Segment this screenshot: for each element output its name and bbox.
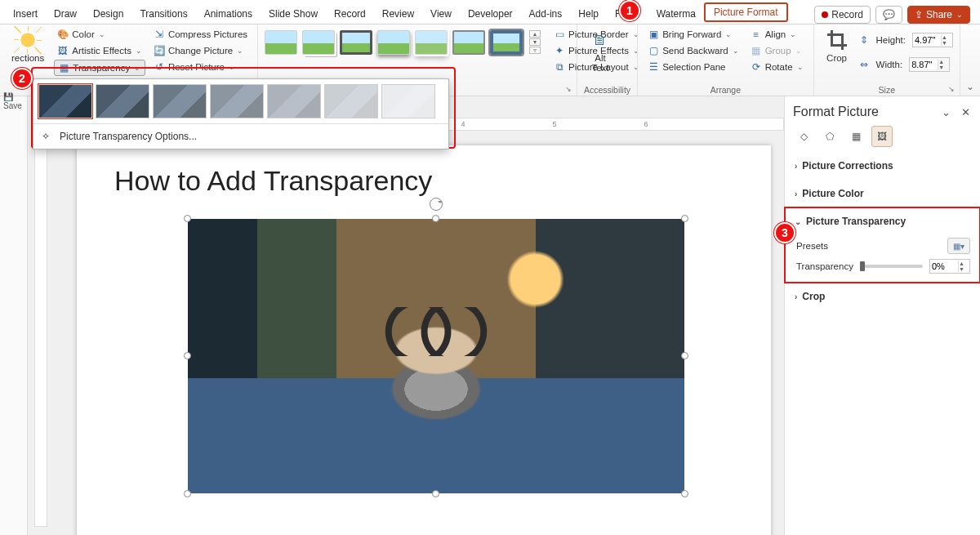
transparency-presets-button[interactable]: ▦▾ [947, 238, 970, 254]
selection-pane-label: Selection Pane [662, 62, 725, 72]
transparency-preset-15[interactable] [96, 84, 149, 118]
tab-help[interactable]: Help [570, 3, 607, 24]
record-label: Record [831, 9, 863, 20]
tab-picture-format[interactable]: Picture Format [704, 2, 788, 22]
tab-view[interactable]: View [422, 3, 460, 24]
transparency-preset-90[interactable] [381, 84, 435, 118]
tab-draw[interactable]: Draw [46, 3, 85, 24]
tab-record[interactable]: Record [326, 3, 374, 24]
width-input[interactable]: ▲▼ [909, 57, 950, 72]
callout-3: 3 [774, 222, 795, 243]
pane-options-icon[interactable]: ⌄ [939, 106, 952, 118]
pane-tab-effects[interactable]: ⬠ [819, 126, 840, 147]
record-button[interactable]: Record [814, 6, 871, 24]
size-dialog-launcher[interactable]: ↘ [948, 85, 958, 95]
selected-picture[interactable] [188, 219, 684, 493]
group-arrange: ▣ Bring Forward ⌄ ▢ Send Backward ⌄ ☰ Se… [638, 25, 813, 96]
align-button[interactable]: ≡ Align ⌄ [747, 27, 807, 42]
artistic-effects-button[interactable]: 🖼 Artistic Effects ⌄ [54, 43, 145, 58]
tab-transitions[interactable]: Transitions [131, 3, 195, 24]
corrections-button[interactable]: rections [7, 27, 49, 65]
alt-text-button[interactable]: 🗎 Alt Text [584, 27, 617, 74]
style-thumb[interactable] [377, 30, 410, 55]
callout-1: 1 [619, 0, 640, 21]
alt-text-label: Alt Text [591, 53, 608, 73]
bring-forward-label: Bring Forward [662, 29, 721, 39]
transparency-preset-30[interactable] [153, 84, 207, 118]
transparency-label: Transparency [73, 63, 130, 73]
slide-title[interactable]: How to Add Transparency [114, 165, 771, 197]
change-picture-button[interactable]: 🔄 Change Picture ⌄ [150, 43, 251, 58]
slide-canvas[interactable]: How to Add Transparency [77, 145, 771, 535]
styles-dialog-launcher[interactable]: ↘ [565, 85, 575, 95]
height-row: ⇕ Height: ▲▼ [858, 30, 953, 50]
tab-developer[interactable]: Developer [460, 3, 521, 24]
pane-tab-picture[interactable]: 🖼 [871, 126, 893, 147]
rotate-icon: ⟳ [751, 61, 762, 73]
share-button[interactable]: ⇪ Share ⌄ [907, 6, 970, 24]
section-label: Crop [802, 291, 825, 302]
tab-insert[interactable]: Insert [5, 3, 46, 24]
tab-review[interactable]: Review [374, 3, 422, 24]
bring-forward-button[interactable]: ▣ Bring Forward ⌄ [644, 27, 742, 42]
tab-watermark[interactable]: Waterma [648, 3, 704, 24]
picture-content [188, 219, 684, 493]
style-thumb[interactable] [340, 30, 372, 55]
height-input[interactable]: ▲▼ [912, 33, 953, 47]
section-header[interactable]: › Crop [795, 288, 970, 305]
scroll-up-icon[interactable]: ▴ [529, 30, 541, 38]
tab-slideshow[interactable]: Slide Show [261, 3, 326, 24]
group-accessibility: 🗎 Alt Text Accessibility [577, 25, 638, 96]
height-icon: ⇕ [858, 34, 870, 46]
close-icon[interactable]: ✕ [959, 106, 972, 118]
expand-gallery-icon[interactable]: ▿ [529, 47, 541, 54]
rotate-button[interactable]: ⟳ Rotate ⌄ [747, 60, 807, 74]
style-thumb[interactable] [452, 30, 485, 55]
style-thumb[interactable] [415, 30, 448, 55]
comments-button[interactable]: 💬 [875, 6, 902, 24]
section-header[interactable]: ⌄ Picture Transparency [795, 212, 970, 230]
tab-animations[interactable]: Animations [196, 3, 261, 24]
tabstrip: Insert Draw Design Transitions Animation… [0, 0, 980, 25]
width-row: ⇔ Width: ▲▼ [858, 55, 953, 74]
styles-gallery-more[interactable]: ▴ ▾ ▿ [529, 30, 541, 54]
transparency-button[interactable]: ▦ Transparency ⌄ [54, 60, 145, 76]
chevron-down-icon: ⌄ [134, 64, 140, 72]
rotate-handle[interactable] [430, 198, 443, 211]
style-thumb-selected[interactable] [490, 30, 523, 55]
tab-addins[interactable]: Add-ins [521, 3, 571, 24]
section-picture-color: › Picture Color [785, 180, 980, 207]
tab-design[interactable]: Design [85, 3, 131, 24]
send-backward-button[interactable]: ▢ Send Backward ⌄ [644, 43, 742, 58]
crop-button[interactable]: Crop [821, 27, 853, 65]
transparency-value-input[interactable]: ▲▼ [929, 259, 970, 274]
style-thumb[interactable] [265, 30, 297, 55]
section-header[interactable]: › Picture Color [795, 185, 970, 203]
chevron-down-icon: ⌄ [136, 47, 142, 55]
pane-tab-fill[interactable]: ◇ [793, 126, 814, 147]
style-thumb[interactable] [302, 30, 335, 55]
group-button[interactable]: ▦ Group ⌄ [747, 43, 807, 58]
reset-picture-button[interactable]: ↺ Reset Picture ⌄ [150, 60, 251, 74]
picture-transparency-options-item[interactable]: ✧ Picture Transparency Options... [33, 123, 448, 149]
chevron-down-icon: ⌄ [733, 47, 739, 55]
transparency-slider[interactable] [860, 265, 923, 268]
quick-access-rail: 💾 Save [0, 96, 28, 535]
transparency-options-label: Picture Transparency Options... [60, 131, 197, 142]
color-button[interactable]: 🎨 Color ⌄ [54, 27, 145, 42]
selection-pane-button[interactable]: ☰ Selection Pane [644, 60, 742, 74]
chevron-down-icon: ⌄ [237, 47, 243, 55]
transparency-preset-45[interactable] [210, 84, 264, 118]
compress-pictures-button[interactable]: ⇲ Compress Pictures [150, 27, 251, 42]
section-label: Picture Corrections [802, 160, 893, 172]
compress-label: Compress Pictures [168, 29, 247, 39]
transparency-preset-75[interactable] [324, 84, 378, 118]
transparency-preset-60[interactable] [267, 84, 321, 118]
border-icon: ▭ [554, 29, 565, 40]
section-header[interactable]: › Picture Corrections [795, 157, 970, 175]
collapse-ribbon-icon[interactable]: ⌄ [966, 81, 974, 92]
transparency-preset-0[interactable] [38, 84, 92, 118]
pane-tab-size[interactable]: ▦ [845, 126, 866, 147]
wand-icon: ✧ [42, 131, 53, 142]
scroll-down-icon[interactable]: ▾ [529, 38, 541, 46]
